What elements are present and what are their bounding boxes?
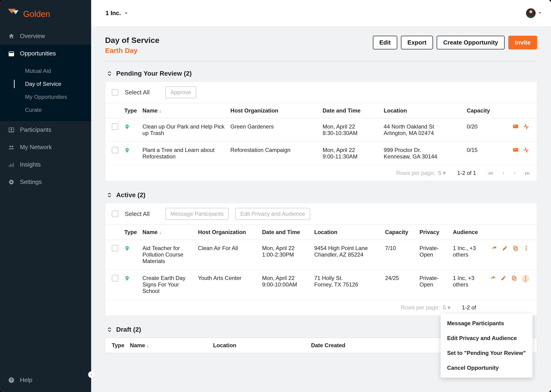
more-icon[interactable] <box>522 275 530 283</box>
page-prev-icon[interactable]: ‹ <box>502 170 504 176</box>
col-host[interactable]: Host Organization <box>228 103 320 118</box>
sidebar-item-mutual-aid[interactable]: Mutual Aid <box>0 64 91 77</box>
select-all-checkbox[interactable] <box>112 211 118 217</box>
loc-line1: 44 North Oakland St <box>384 123 461 130</box>
col-host[interactable]: Host Organization <box>195 225 259 240</box>
sidebar-item-settings[interactable]: Settings <box>0 173 91 191</box>
sidebar: Golden Overview Opportunities Mutual Aid… <box>0 0 91 392</box>
edit-icon[interactable] <box>502 245 508 252</box>
pager-range: 1-2 of <box>462 304 476 311</box>
invite-button[interactable]: Invite <box>508 36 537 49</box>
table-row: Clean up Our Park and Help Pick up Trash… <box>105 118 537 142</box>
col-datetime[interactable]: Date and Time <box>320 103 381 118</box>
row-checkbox[interactable] <box>112 245 118 252</box>
page-last-icon[interactable]: ⏭ <box>525 170 530 176</box>
pager-range: 1-2 of 1 <box>457 170 476 176</box>
topbar: 1 Inc. <box>91 0 551 27</box>
svg-rect-30 <box>512 276 515 279</box>
approve-button[interactable]: Approve <box>165 86 196 98</box>
edit-button[interactable]: Edit <box>373 36 397 49</box>
col-location[interactable]: Location <box>210 338 308 353</box>
loc-line2: Kennesaw, GA 30144 <box>384 153 461 160</box>
sidebar-item-day-of-service[interactable]: Day of Service <box>0 77 91 91</box>
loc-line2: Forney, TX 75126 <box>314 281 379 288</box>
col-capacity[interactable]: Capacity <box>464 103 504 118</box>
sort-down-icon: ↓ <box>146 343 149 348</box>
col-date-created[interactable]: Date Created <box>308 338 444 353</box>
sidebar-item-insights[interactable]: Insights <box>0 156 91 173</box>
sidebar-item-label: Overview <box>20 33 45 40</box>
active-table: Type Name↓ Host Organization Date and Ti… <box>105 224 537 300</box>
col-name[interactable]: Name↓ <box>139 103 228 118</box>
share-icon[interactable] <box>489 275 496 281</box>
row-checkbox[interactable] <box>112 147 118 153</box>
menu-edit-privacy-audience[interactable]: Edit Privacy and Audience <box>441 331 532 346</box>
activity-icon[interactable] <box>523 123 530 130</box>
table-row: Plant a Tree and Learn about Reforestati… <box>105 142 537 165</box>
sidebar-item-my-network[interactable]: My Network <box>0 139 91 156</box>
col-datetime[interactable]: Date and Time <box>259 225 311 240</box>
svg-point-33 <box>525 280 526 281</box>
loc-line1: 71 Holly St. <box>314 275 379 281</box>
row-checkbox[interactable] <box>112 123 118 130</box>
people-icon <box>8 144 15 151</box>
org-selector[interactable]: 1 Inc. <box>105 9 128 17</box>
location-pin-icon <box>124 277 130 283</box>
user-menu[interactable] <box>526 8 542 18</box>
copy-icon[interactable] <box>512 245 519 252</box>
row-checkbox[interactable] <box>112 275 118 281</box>
page-next-icon[interactable]: › <box>514 170 516 176</box>
col-location[interactable]: Location <box>311 225 382 240</box>
message-icon[interactable] <box>512 123 519 130</box>
create-opportunity-button[interactable]: Create Opportunity <box>437 36 505 49</box>
section-active-header[interactable]: Active (2) <box>105 191 537 199</box>
col-privacy[interactable]: Privacy <box>417 225 450 240</box>
svg-point-22 <box>127 247 128 248</box>
activity-icon[interactable] <box>523 147 530 153</box>
opportunity-name[interactable]: Create Earth Day Signs For Your School <box>142 275 185 294</box>
host-org: Green Gardeners <box>230 123 274 130</box>
col-type[interactable]: Type <box>105 338 127 353</box>
insights-icon <box>8 161 15 168</box>
sidebar-item-curate[interactable]: Curate <box>0 104 91 116</box>
page-title: Day of Service <box>105 36 159 45</box>
col-type[interactable]: Type <box>121 103 139 118</box>
edit-icon[interactable] <box>500 275 507 281</box>
copy-icon[interactable] <box>511 275 517 281</box>
col-name[interactable]: Name↓ <box>139 225 195 240</box>
rpp-value[interactable]: 5 <box>443 304 446 311</box>
opportunity-name[interactable]: Aid Teacher for Pollution Course Materia… <box>142 245 183 264</box>
edit-privacy-audience-button[interactable]: Edit Privacy and Audience <box>235 208 310 220</box>
sidebar-item-opportunities[interactable]: Opportunities <box>0 45 91 62</box>
sidebar-item-my-opportunities[interactable]: My Opportunities <box>0 91 91 104</box>
opportunity-name[interactable]: Clean up Our Park and Help Pick up Trash <box>142 123 224 136</box>
menu-set-pending[interactable]: Set to "Pending Your Review" <box>441 346 532 360</box>
active-toolbar: Select All Message Participants Edit Pri… <box>105 203 537 224</box>
col-type[interactable]: Type <box>121 225 139 240</box>
svg-point-18 <box>127 126 128 127</box>
opportunity-name[interactable]: Plant a Tree and Learn about Reforestati… <box>142 147 215 160</box>
menu-cancel-opportunity[interactable]: Cancel Opportunity <box>441 360 532 375</box>
message-icon[interactable] <box>512 147 519 153</box>
rpp-value[interactable]: 5 <box>438 170 441 176</box>
page-first-icon[interactable]: ⏮ <box>488 170 493 176</box>
chevron-down-icon: ▾ <box>447 304 450 311</box>
sidebar-item-overview[interactable]: Overview <box>0 27 91 45</box>
col-name[interactable]: Name↓ <box>127 338 210 353</box>
menu-message-participants[interactable]: Message Participants <box>441 316 532 331</box>
col-capacity[interactable]: Capacity <box>382 225 417 240</box>
more-icon[interactable] <box>523 245 530 252</box>
export-button[interactable]: Export <box>401 36 433 49</box>
sidebar-item-help[interactable]: ? Help <box>0 370 91 392</box>
select-all-checkbox[interactable] <box>112 89 118 96</box>
sidebar-item-participants[interactable]: Participants <box>0 121 91 139</box>
calendar-icon <box>8 50 15 57</box>
col-location[interactable]: Location <box>381 103 464 118</box>
chevron-down-icon <box>124 9 128 17</box>
section-pending-header[interactable]: Pending Your Review (2) <box>105 70 537 77</box>
sidebar-collapse-button[interactable]: ‹ <box>88 371 95 378</box>
message-participants-button[interactable]: Message Participants <box>165 208 229 220</box>
page-header: Day of Service Earth Day Edit Export Cre… <box>105 36 537 55</box>
col-audience[interactable]: Audience <box>450 225 487 240</box>
share-icon[interactable] <box>491 245 497 252</box>
